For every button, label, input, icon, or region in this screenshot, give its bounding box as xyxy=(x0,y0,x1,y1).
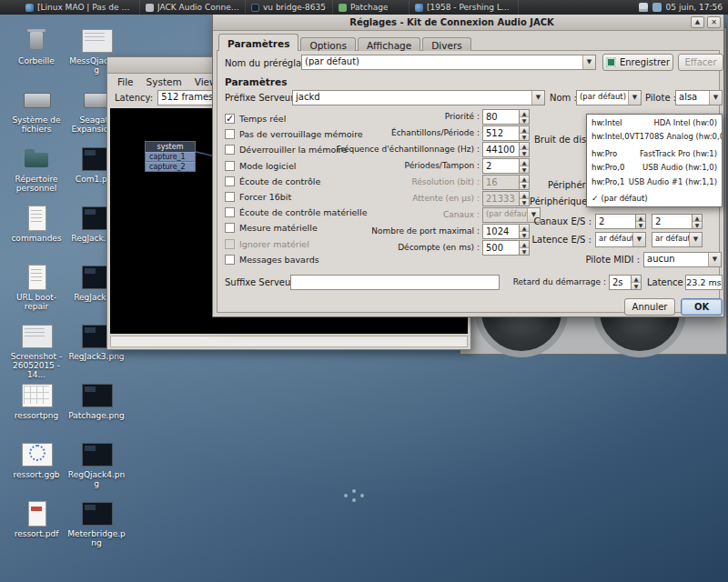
spinner-arrows[interactable] xyxy=(519,125,530,141)
frames-spinbox[interactable]: 512 xyxy=(482,125,530,141)
image-thumbnail-icon xyxy=(80,380,113,409)
menu-system[interactable]: System xyxy=(140,76,188,87)
document-icon xyxy=(20,203,53,232)
spin-down-icon xyxy=(632,282,641,289)
dropdown-item[interactable]: hw:Pro,0USB Audio (hw:1,0) xyxy=(587,161,722,176)
desktop-icon-ressort-ggb[interactable]: ressort.ggb xyxy=(7,439,66,479)
clock[interactable]: 05 juin, 17:56 xyxy=(666,3,723,12)
node-port[interactable]: capture_1 xyxy=(145,152,196,162)
checkbox-icon xyxy=(225,207,235,217)
out-channels-spinbox[interactable]: 2 xyxy=(652,214,703,229)
desktop-icon-trash[interactable]: Corbeille xyxy=(7,25,66,65)
checkbox-verbose[interactable]: Messages bavards xyxy=(225,252,439,267)
folder-icon xyxy=(20,144,53,173)
spinner-arrows[interactable] xyxy=(519,109,530,125)
desktop-icon-ressort-pdf[interactable]: ressort.pdf xyxy=(7,498,66,538)
taskbar-item-patchage[interactable]: Patchage xyxy=(333,0,410,15)
image-thumbnail-icon xyxy=(80,498,113,527)
cancel-button[interactable]: Annuler xyxy=(624,298,675,316)
start-delay-spinbox[interactable]: 2s xyxy=(609,275,642,290)
desktop-icon-patchage-png[interactable]: Patchage.png xyxy=(67,380,126,420)
io-latency-label: Latence E/S : xyxy=(518,235,592,245)
spin-down-icon xyxy=(693,221,702,228)
param-label: Échantillons/Période : xyxy=(318,128,480,137)
spinner-arrows[interactable] xyxy=(519,158,530,174)
desktop-icon-screenshot[interactable]: Screenshot - 26052015 - 14... xyxy=(7,321,66,379)
desktop-icon-ressortpng[interactable]: ressortpng xyxy=(7,380,66,420)
spinner-arrows[interactable] xyxy=(692,214,703,229)
wordlength-spinbox[interactable]: 16 xyxy=(482,175,530,190)
clear-preset-button[interactable]: Effacer xyxy=(678,54,723,71)
taskbar-item-jack[interactable]: JACK Audio Connection Kit... xyxy=(140,0,246,15)
top-panel: [Linux MAO | Pas de son g... JACK Audio … xyxy=(0,0,728,15)
dropdown-item[interactable]: hw:ProFastTrack Pro (hw:1) xyxy=(587,146,722,161)
in-channels-spinbox[interactable]: 2 xyxy=(595,214,646,229)
input-method-icon[interactable] xyxy=(639,3,648,12)
in-latency-combobox[interactable]: ar défaut) xyxy=(595,232,646,247)
midi-driver-combobox[interactable]: aucun xyxy=(643,252,722,267)
desktop-icon-label: Screenshot - 26052015 - 14... xyxy=(7,352,66,379)
tab-options[interactable]: Options xyxy=(300,37,356,51)
dialog-titlebar[interactable]: Réglages - Kit de Connexion Audio JACK xyxy=(213,14,723,31)
io-channels-label: Canaux E/S : xyxy=(518,216,592,226)
tab-affichage[interactable]: Affichage xyxy=(358,37,420,51)
desktop-icon-url-boot-repair[interactable]: URL boot-repair xyxy=(7,262,66,311)
dropdown-item[interactable]: hw:Pro,1USB Audio #1 (hw:1,1) xyxy=(587,175,722,189)
taskbar-item-vu-bridge[interactable]: vu bridge-8635 xyxy=(246,0,333,15)
priority-spinbox[interactable]: 80 xyxy=(482,109,530,125)
samplerate-spinbox[interactable]: 44100 xyxy=(482,142,530,157)
desktop-icon-regqjack4[interactable]: RegQjack4.png xyxy=(67,439,126,488)
chevron-down-icon xyxy=(531,91,544,105)
taskbar-item-label: [Linux MAO | Pas de son g... xyxy=(37,3,134,12)
spinner-arrows[interactable] xyxy=(519,142,530,157)
taskbar-item-browser-1[interactable]: [Linux MAO | Pas de son g... xyxy=(20,0,140,15)
desktop-icon-commandes[interactable]: commandes xyxy=(7,203,66,243)
checkbox-checked-icon xyxy=(225,114,235,124)
audio-tray-icon[interactable] xyxy=(652,3,662,12)
system-node[interactable]: system capture_1 capture_2 xyxy=(145,141,196,172)
desktop-icon-meterbridge[interactable]: Meterbridge.png xyxy=(67,498,126,547)
browser-icon xyxy=(415,4,423,12)
ok-button[interactable]: OK xyxy=(681,298,723,316)
desktop-icon-label: commandes xyxy=(7,234,66,243)
dialog-content: Nom du préréglage : (par défaut) Enregis… xyxy=(217,50,720,313)
dropdown-item-selected[interactable]: (par défaut) xyxy=(587,192,722,206)
checkbox-icon xyxy=(225,255,235,265)
node-port[interactable]: capture_2 xyxy=(145,162,196,172)
desktop-icon-label: ressortpng xyxy=(7,411,66,420)
preset-combobox[interactable]: (par défaut) xyxy=(301,55,596,70)
desktop-icon-label: URL boot-repair xyxy=(7,293,66,311)
chevron-down-icon xyxy=(708,253,721,266)
tab-parametres[interactable]: Paramètres xyxy=(218,34,298,51)
server-prefix-label: Préfixe Serveur : xyxy=(225,93,300,103)
spinner-arrows[interactable] xyxy=(631,275,642,290)
image-thumbnail-icon xyxy=(80,25,113,55)
spinner-arrows[interactable] xyxy=(635,214,646,229)
spin-down-icon xyxy=(520,116,529,124)
server-name-combobox[interactable]: (par défaut) xyxy=(576,90,642,105)
close-button[interactable] xyxy=(707,16,721,28)
node-title: system xyxy=(145,141,196,152)
server-suffix-input[interactable] xyxy=(290,275,500,290)
wait-spinbox[interactable]: 21333 xyxy=(482,191,530,206)
spin-up-icon xyxy=(520,159,529,166)
desktop-icon-filesystem[interactable]: Système de fichiers xyxy=(7,85,66,134)
taskbar-item-browser-2[interactable]: [1958 - Pershing Lounge C... xyxy=(410,0,519,15)
shade-button[interactable] xyxy=(691,16,704,28)
taskbar-item-label: Patchage xyxy=(350,3,388,12)
driver-label: Pilote : xyxy=(645,93,676,103)
out-latency-combobox[interactable]: ar défaut) xyxy=(652,232,703,247)
save-icon xyxy=(606,57,616,67)
menu-file[interactable]: File xyxy=(111,76,140,87)
latency-label: Latency: xyxy=(115,93,153,103)
save-preset-button[interactable]: Enregistrer xyxy=(602,54,673,71)
dropdown-item[interactable]: hw:Intel,0VT1708S Analog (hw:0,0) xyxy=(587,130,722,145)
periods-spinbox[interactable]: 2 xyxy=(482,158,530,174)
desktop-icon-home[interactable]: Répertoire personnel xyxy=(7,144,66,193)
tab-divers[interactable]: Divers xyxy=(422,37,470,51)
chevron-down-icon xyxy=(689,233,702,246)
param-label: Fréquence d'échantillonnage (Hz) : xyxy=(318,145,480,154)
server-prefix-combobox[interactable]: jackd xyxy=(292,90,545,105)
dropdown-item[interactable]: hw:IntelHDA Intel (hw:0) xyxy=(587,115,722,130)
driver-combobox[interactable]: alsa xyxy=(675,90,723,105)
